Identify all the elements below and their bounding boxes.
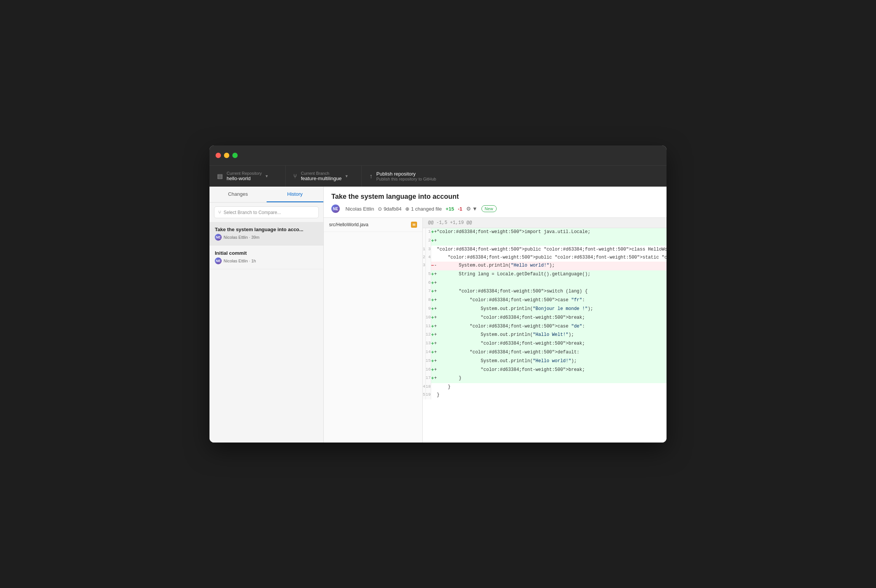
line-num-new: 18 <box>425 383 431 391</box>
branch-info: Current Branch feature-multilingue <box>301 171 342 181</box>
diff-content: + <box>434 279 667 288</box>
line-num-old <box>423 237 425 246</box>
diff-content: + "color:#d63384;font-weight:500">break; <box>434 340 667 348</box>
diff-table: 1++"color:#d63384;font-weight:500">impor… <box>423 228 667 399</box>
repo-info: Current Repository hello-world <box>227 171 262 181</box>
hash-icon: ⊙ <box>378 206 382 212</box>
line-num-old <box>423 340 425 348</box>
commit-sep: · <box>248 235 251 240</box>
line-num-old <box>423 270 425 279</box>
sidebar: Changes History ⑂ Select Branch to Compa… <box>209 187 324 443</box>
code-diff[interactable]: @@ -1,5 +1,19 @@ 1++"color:#d63384;font-… <box>423 218 667 443</box>
line-num-old <box>423 296 425 305</box>
main-content: Changes History ⑂ Select Branch to Compa… <box>209 187 667 443</box>
diff-row: 11++ "color:#d63384;font-weight:500">cas… <box>423 323 667 331</box>
diff-sign: + <box>431 237 434 246</box>
right-panel: Take the system language into account NE… <box>324 187 667 443</box>
diff-row: 7++ "color:#d63384;font-weight:500">swit… <box>423 288 667 296</box>
line-num-old: 5 <box>423 391 425 399</box>
diff-add: +15 <box>446 206 454 212</box>
line-num-new: 6 <box>425 279 431 288</box>
commit-item[interactable]: Initial commit NE Nicolas Ettlin · 1h <box>209 246 323 269</box>
publish-button[interactable]: ↑ Publish repository Publish this reposi… <box>362 166 667 187</box>
close-button[interactable] <box>216 153 221 158</box>
line-num-old <box>423 228 425 237</box>
diff-row: 9++ System.out.println("Bonjour le monde… <box>423 305 667 314</box>
line-num-old <box>423 314 425 323</box>
diff-content: - System.out.println("Hello world!"); <box>434 262 667 270</box>
line-num-old <box>423 305 425 314</box>
file-modified-badge: M <box>411 222 417 228</box>
branch-label: Current Branch <box>301 171 342 176</box>
settings-button[interactable]: ⚙ ▼ <box>466 206 478 212</box>
line-num-new: 8 <box>425 296 431 305</box>
diff-row: 3−- System.out.println("Hello world!"); <box>423 262 667 270</box>
diff-row: 13 "color:#d63384;font-weight:500">publi… <box>423 246 667 254</box>
diff-remove: -1 <box>458 206 462 212</box>
line-num-old: 3 <box>423 262 425 270</box>
line-num-new: 16 <box>425 366 431 375</box>
diff-content: + <box>434 237 667 246</box>
diff-row: 24 "color:#d63384;font-weight:500">publi… <box>423 254 667 262</box>
diff-row: 12++ System.out.println("Hallo Welt!"); <box>423 331 667 340</box>
minimize-button[interactable] <box>224 153 229 158</box>
commit-author-name: Nicolas Ettlin <box>345 206 374 212</box>
diff-content: "color:#d63384;font-weight:500">public "… <box>434 254 667 262</box>
tab-changes[interactable]: Changes <box>209 187 267 202</box>
diff-content: + System.out.println("Hallo Welt!"); <box>434 331 667 340</box>
diff-area: src/HelloWorld.java M @@ -1,5 +1,19 @@ 1… <box>324 218 667 443</box>
diff-row: 17++ } <box>423 374 667 383</box>
commit-title: Initial commit <box>215 250 318 256</box>
commit-meta: NE Nicolas Ettlin · 39m <box>215 234 318 241</box>
line-num-new: 12 <box>425 331 431 340</box>
file-item[interactable]: src/HelloWorld.java M <box>324 218 422 232</box>
maximize-button[interactable] <box>232 153 238 158</box>
diff-content: + "color:#d63384;font-weight:500">case "… <box>434 323 667 331</box>
line-num-new: 14 <box>425 348 431 357</box>
gear-chevron: ▼ <box>472 206 478 212</box>
line-num-new: 7 <box>425 288 431 296</box>
publish-sub: Publish this repository to GitHub <box>376 177 436 181</box>
commit-list: Take the system language into acco... NE… <box>209 222 323 443</box>
diff-sign: + <box>431 366 434 375</box>
diff-sign <box>431 246 434 254</box>
diff-sign: + <box>431 305 434 314</box>
compare-icon: ⑂ <box>218 209 221 215</box>
tab-history[interactable]: History <box>267 187 324 202</box>
diff-content: + String lang = Locale.getDefault().getL… <box>434 270 667 279</box>
diff-sign: + <box>431 357 434 366</box>
diff-sign: + <box>431 296 434 305</box>
commit-info-row: NE Nicolas Ettlin ⊙ 9dafb84 ⊕ 1 changed … <box>331 205 659 213</box>
line-num-new: 4 <box>425 254 431 262</box>
branch-selector[interactable]: ⑂ Current Branch feature-multilingue ▼ <box>286 166 362 187</box>
line-num-new: 19 <box>425 391 431 399</box>
diff-content: + "color:#d63384;font-weight:500">break; <box>434 314 667 323</box>
line-num-new: 11 <box>425 323 431 331</box>
diff-content: +"color:#d63384;font-weight:500">import … <box>434 228 667 237</box>
branch-chevron: ▼ <box>345 174 348 178</box>
line-num-new: 1 <box>425 228 431 237</box>
diff-sign: + <box>431 314 434 323</box>
diff-content: + "color:#d63384;font-weight:500">break; <box>434 366 667 375</box>
hash-value: 9dafb84 <box>384 206 401 212</box>
line-num-old <box>423 366 425 375</box>
plus-icon: ⊕ <box>405 206 409 212</box>
avatar: NE <box>215 257 222 264</box>
author-avatar: NE <box>331 205 340 213</box>
diff-row: 519 } <box>423 391 667 399</box>
diff-sign: + <box>431 340 434 348</box>
line-num-old: 2 <box>423 254 425 262</box>
line-num-old <box>423 288 425 296</box>
branch-compare-input[interactable]: ⑂ Select Branch to Compare... <box>214 206 319 218</box>
publish-icon: ↑ <box>369 173 372 180</box>
branch-icon: ⑂ <box>293 173 297 180</box>
line-num-new <box>425 262 431 270</box>
line-num-old <box>423 331 425 340</box>
repo-selector[interactable]: ▤ Current Repository hello-world ▼ <box>209 166 286 187</box>
diff-sign: + <box>431 270 434 279</box>
diff-sign: + <box>431 331 434 340</box>
diff-row: 10++ "color:#d63384;font-weight:500">bre… <box>423 314 667 323</box>
commit-author: Nicolas Ettlin <box>224 235 248 240</box>
avatar: NE <box>215 234 222 241</box>
commit-item[interactable]: Take the system language into acco... NE… <box>209 222 323 246</box>
